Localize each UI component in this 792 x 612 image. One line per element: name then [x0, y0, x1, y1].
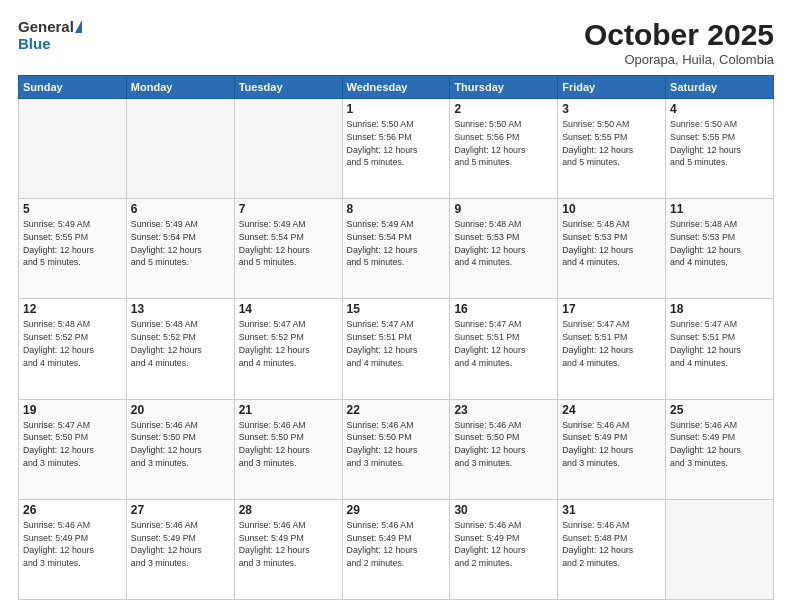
- day-number: 31: [562, 503, 661, 517]
- day-number: 20: [131, 403, 230, 417]
- calendar-cell: 2Sunrise: 5:50 AM Sunset: 5:56 PM Daylig…: [450, 99, 558, 199]
- day-number: 6: [131, 202, 230, 216]
- day-number: 9: [454, 202, 553, 216]
- day-info: Sunrise: 5:50 AM Sunset: 5:56 PM Dayligh…: [454, 118, 553, 169]
- calendar-week-row: 26Sunrise: 5:46 AM Sunset: 5:49 PM Dayli…: [19, 499, 774, 599]
- calendar-cell: 25Sunrise: 5:46 AM Sunset: 5:49 PM Dayli…: [666, 399, 774, 499]
- day-number: 10: [562, 202, 661, 216]
- calendar-cell: 9Sunrise: 5:48 AM Sunset: 5:53 PM Daylig…: [450, 199, 558, 299]
- calendar-cell: 18Sunrise: 5:47 AM Sunset: 5:51 PM Dayli…: [666, 299, 774, 399]
- calendar-cell: 20Sunrise: 5:46 AM Sunset: 5:50 PM Dayli…: [126, 399, 234, 499]
- calendar-cell: 30Sunrise: 5:46 AM Sunset: 5:49 PM Dayli…: [450, 499, 558, 599]
- day-number: 11: [670, 202, 769, 216]
- calendar-cell: 15Sunrise: 5:47 AM Sunset: 5:51 PM Dayli…: [342, 299, 450, 399]
- day-info: Sunrise: 5:49 AM Sunset: 5:54 PM Dayligh…: [239, 218, 338, 269]
- day-number: 19: [23, 403, 122, 417]
- day-number: 21: [239, 403, 338, 417]
- calendar-cell: 17Sunrise: 5:47 AM Sunset: 5:51 PM Dayli…: [558, 299, 666, 399]
- calendar-cell: [666, 499, 774, 599]
- day-info: Sunrise: 5:50 AM Sunset: 5:55 PM Dayligh…: [670, 118, 769, 169]
- day-number: 5: [23, 202, 122, 216]
- day-number: 28: [239, 503, 338, 517]
- calendar-cell: 6Sunrise: 5:49 AM Sunset: 5:54 PM Daylig…: [126, 199, 234, 299]
- logo-general: General: [18, 18, 74, 35]
- logo-triangle-icon: [75, 20, 82, 33]
- calendar-cell: 11Sunrise: 5:48 AM Sunset: 5:53 PM Dayli…: [666, 199, 774, 299]
- day-number: 7: [239, 202, 338, 216]
- calendar-cell: 5Sunrise: 5:49 AM Sunset: 5:55 PM Daylig…: [19, 199, 127, 299]
- day-number: 25: [670, 403, 769, 417]
- calendar-cell: 31Sunrise: 5:46 AM Sunset: 5:48 PM Dayli…: [558, 499, 666, 599]
- day-info: Sunrise: 5:46 AM Sunset: 5:49 PM Dayligh…: [23, 519, 122, 570]
- day-info: Sunrise: 5:46 AM Sunset: 5:49 PM Dayligh…: [239, 519, 338, 570]
- day-info: Sunrise: 5:47 AM Sunset: 5:51 PM Dayligh…: [347, 318, 446, 369]
- day-info: Sunrise: 5:49 AM Sunset: 5:54 PM Dayligh…: [131, 218, 230, 269]
- calendar-cell: 24Sunrise: 5:46 AM Sunset: 5:49 PM Dayli…: [558, 399, 666, 499]
- day-info: Sunrise: 5:46 AM Sunset: 5:49 PM Dayligh…: [347, 519, 446, 570]
- calendar-cell: 21Sunrise: 5:46 AM Sunset: 5:50 PM Dayli…: [234, 399, 342, 499]
- day-number: 23: [454, 403, 553, 417]
- day-info: Sunrise: 5:47 AM Sunset: 5:51 PM Dayligh…: [562, 318, 661, 369]
- day-info: Sunrise: 5:46 AM Sunset: 5:49 PM Dayligh…: [670, 419, 769, 470]
- calendar-cell: 12Sunrise: 5:48 AM Sunset: 5:52 PM Dayli…: [19, 299, 127, 399]
- day-info: Sunrise: 5:46 AM Sunset: 5:49 PM Dayligh…: [454, 519, 553, 570]
- location-subtitle: Oporapa, Huila, Colombia: [584, 52, 774, 67]
- calendar-cell: 13Sunrise: 5:48 AM Sunset: 5:52 PM Dayli…: [126, 299, 234, 399]
- calendar-cell: 8Sunrise: 5:49 AM Sunset: 5:54 PM Daylig…: [342, 199, 450, 299]
- calendar-cell: [19, 99, 127, 199]
- day-info: Sunrise: 5:46 AM Sunset: 5:49 PM Dayligh…: [131, 519, 230, 570]
- calendar-cell: [234, 99, 342, 199]
- page: General Blue October 2025 Oporapa, Huila…: [0, 0, 792, 612]
- day-number: 17: [562, 302, 661, 316]
- day-number: 18: [670, 302, 769, 316]
- day-number: 4: [670, 102, 769, 116]
- calendar-cell: 7Sunrise: 5:49 AM Sunset: 5:54 PM Daylig…: [234, 199, 342, 299]
- calendar-cell: 19Sunrise: 5:47 AM Sunset: 5:50 PM Dayli…: [19, 399, 127, 499]
- day-info: Sunrise: 5:46 AM Sunset: 5:50 PM Dayligh…: [454, 419, 553, 470]
- title-block: October 2025 Oporapa, Huila, Colombia: [584, 18, 774, 67]
- calendar-cell: 14Sunrise: 5:47 AM Sunset: 5:52 PM Dayli…: [234, 299, 342, 399]
- day-info: Sunrise: 5:48 AM Sunset: 5:53 PM Dayligh…: [670, 218, 769, 269]
- day-info: Sunrise: 5:47 AM Sunset: 5:50 PM Dayligh…: [23, 419, 122, 470]
- day-info: Sunrise: 5:47 AM Sunset: 5:51 PM Dayligh…: [670, 318, 769, 369]
- day-info: Sunrise: 5:46 AM Sunset: 5:48 PM Dayligh…: [562, 519, 661, 570]
- weekday-header-monday: Monday: [126, 76, 234, 99]
- month-title: October 2025: [584, 18, 774, 52]
- day-info: Sunrise: 5:47 AM Sunset: 5:52 PM Dayligh…: [239, 318, 338, 369]
- day-number: 27: [131, 503, 230, 517]
- calendar-cell: 23Sunrise: 5:46 AM Sunset: 5:50 PM Dayli…: [450, 399, 558, 499]
- weekday-header-tuesday: Tuesday: [234, 76, 342, 99]
- day-info: Sunrise: 5:49 AM Sunset: 5:55 PM Dayligh…: [23, 218, 122, 269]
- day-number: 22: [347, 403, 446, 417]
- calendar-cell: 22Sunrise: 5:46 AM Sunset: 5:50 PM Dayli…: [342, 399, 450, 499]
- day-number: 15: [347, 302, 446, 316]
- calendar-week-row: 12Sunrise: 5:48 AM Sunset: 5:52 PM Dayli…: [19, 299, 774, 399]
- calendar-cell: 4Sunrise: 5:50 AM Sunset: 5:55 PM Daylig…: [666, 99, 774, 199]
- calendar-cell: 3Sunrise: 5:50 AM Sunset: 5:55 PM Daylig…: [558, 99, 666, 199]
- day-number: 13: [131, 302, 230, 316]
- weekday-header-saturday: Saturday: [666, 76, 774, 99]
- day-info: Sunrise: 5:46 AM Sunset: 5:50 PM Dayligh…: [347, 419, 446, 470]
- day-number: 8: [347, 202, 446, 216]
- weekday-header-friday: Friday: [558, 76, 666, 99]
- calendar-cell: 1Sunrise: 5:50 AM Sunset: 5:56 PM Daylig…: [342, 99, 450, 199]
- day-info: Sunrise: 5:48 AM Sunset: 5:53 PM Dayligh…: [454, 218, 553, 269]
- calendar-cell: 26Sunrise: 5:46 AM Sunset: 5:49 PM Dayli…: [19, 499, 127, 599]
- calendar-cell: 29Sunrise: 5:46 AM Sunset: 5:49 PM Dayli…: [342, 499, 450, 599]
- day-info: Sunrise: 5:46 AM Sunset: 5:50 PM Dayligh…: [239, 419, 338, 470]
- day-info: Sunrise: 5:50 AM Sunset: 5:55 PM Dayligh…: [562, 118, 661, 169]
- calendar-week-row: 1Sunrise: 5:50 AM Sunset: 5:56 PM Daylig…: [19, 99, 774, 199]
- weekday-header-row: SundayMondayTuesdayWednesdayThursdayFrid…: [19, 76, 774, 99]
- calendar-week-row: 19Sunrise: 5:47 AM Sunset: 5:50 PM Dayli…: [19, 399, 774, 499]
- day-number: 14: [239, 302, 338, 316]
- weekday-header-wednesday: Wednesday: [342, 76, 450, 99]
- calendar-cell: 16Sunrise: 5:47 AM Sunset: 5:51 PM Dayli…: [450, 299, 558, 399]
- logo-blue: Blue: [18, 35, 51, 52]
- day-info: Sunrise: 5:46 AM Sunset: 5:50 PM Dayligh…: [131, 419, 230, 470]
- day-info: Sunrise: 5:47 AM Sunset: 5:51 PM Dayligh…: [454, 318, 553, 369]
- day-info: Sunrise: 5:50 AM Sunset: 5:56 PM Dayligh…: [347, 118, 446, 169]
- day-info: Sunrise: 5:49 AM Sunset: 5:54 PM Dayligh…: [347, 218, 446, 269]
- day-number: 29: [347, 503, 446, 517]
- header: General Blue October 2025 Oporapa, Huila…: [18, 18, 774, 67]
- day-info: Sunrise: 5:48 AM Sunset: 5:52 PM Dayligh…: [131, 318, 230, 369]
